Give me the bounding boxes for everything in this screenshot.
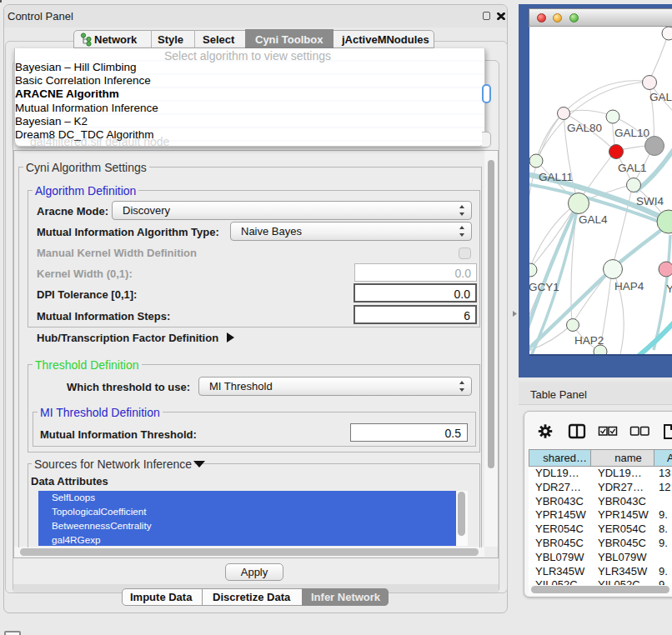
svg-text:GAL1: GAL1 [618,162,647,174]
svg-text:HAP2: HAP2 [574,334,604,347]
svg-text:GAL11: GAL11 [539,171,573,183]
svg-text:YDR0: YDR0 [666,282,672,295]
svg-text:GCY1: GCY1 [529,281,559,293]
svg-text:GAL80: GAL80 [567,122,602,134]
svg-text:GAL4: GAL4 [579,213,608,226]
svg-text:SWI4: SWI4 [636,195,664,208]
svg-text:GAL10: GAL10 [614,127,649,139]
svg-text:HAP4: HAP4 [614,280,644,292]
svg-text:GAL7: GAL7 [649,91,672,103]
